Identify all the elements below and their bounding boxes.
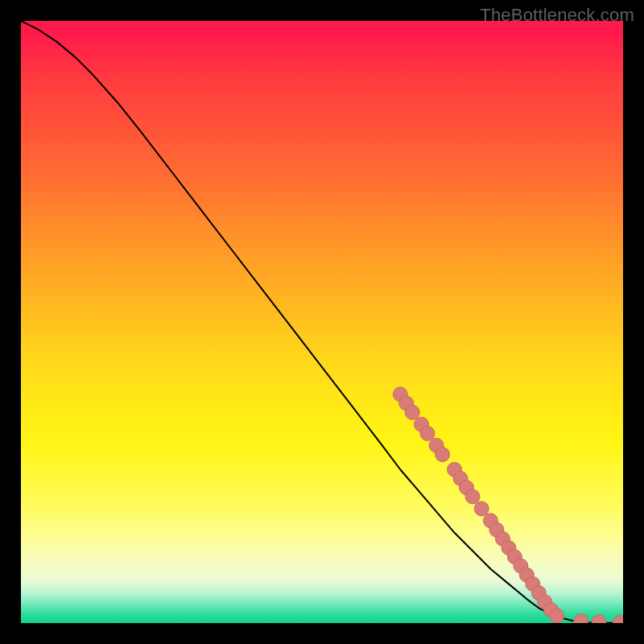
data-point-marker <box>574 614 588 623</box>
curve-line <box>21 21 623 623</box>
data-point-marker <box>465 489 480 504</box>
data-point-marker <box>613 616 623 623</box>
data-point-marker <box>550 609 564 623</box>
chart-svg <box>21 21 623 623</box>
data-point-marker <box>420 426 435 440</box>
data-point-marker <box>474 502 489 516</box>
chart-stage: TheBottleneck.com <box>0 0 644 644</box>
curve-markers <box>393 387 623 623</box>
plot-area <box>21 21 623 623</box>
attribution-label: TheBottleneck.com <box>480 5 634 26</box>
data-point-marker <box>436 448 450 462</box>
data-point-marker <box>592 615 606 623</box>
data-point-marker <box>405 405 419 419</box>
